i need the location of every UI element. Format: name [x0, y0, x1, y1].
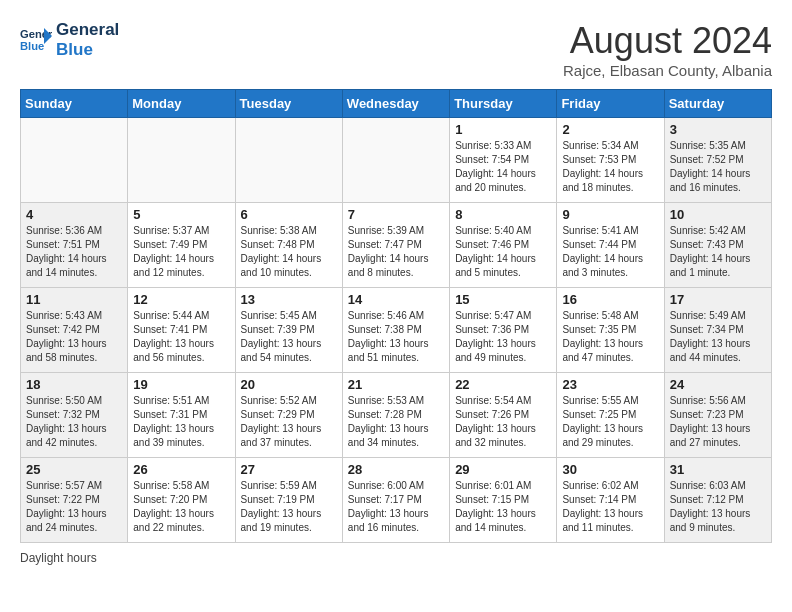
day-info: Sunrise: 5:51 AM Sunset: 7:31 PM Dayligh… — [133, 394, 229, 450]
day-number: 30 — [562, 462, 658, 477]
day-number: 24 — [670, 377, 766, 392]
calendar-cell — [342, 118, 449, 203]
day-info: Sunrise: 5:52 AM Sunset: 7:29 PM Dayligh… — [241, 394, 337, 450]
calendar-cell — [21, 118, 128, 203]
day-number: 23 — [562, 377, 658, 392]
day-info: Sunrise: 5:35 AM Sunset: 7:52 PM Dayligh… — [670, 139, 766, 195]
calendar-cell: 14Sunrise: 5:46 AM Sunset: 7:38 PM Dayli… — [342, 288, 449, 373]
calendar-cell: 4Sunrise: 5:36 AM Sunset: 7:51 PM Daylig… — [21, 203, 128, 288]
calendar-cell: 6Sunrise: 5:38 AM Sunset: 7:48 PM Daylig… — [235, 203, 342, 288]
day-info: Sunrise: 5:39 AM Sunset: 7:47 PM Dayligh… — [348, 224, 444, 280]
day-info: Sunrise: 5:57 AM Sunset: 7:22 PM Dayligh… — [26, 479, 122, 535]
calendar-cell: 3Sunrise: 5:35 AM Sunset: 7:52 PM Daylig… — [664, 118, 771, 203]
calendar-cell: 7Sunrise: 5:39 AM Sunset: 7:47 PM Daylig… — [342, 203, 449, 288]
calendar-cell: 30Sunrise: 6:02 AM Sunset: 7:14 PM Dayli… — [557, 458, 664, 543]
day-info: Sunrise: 5:36 AM Sunset: 7:51 PM Dayligh… — [26, 224, 122, 280]
calendar-cell: 8Sunrise: 5:40 AM Sunset: 7:46 PM Daylig… — [450, 203, 557, 288]
day-info: Sunrise: 5:44 AM Sunset: 7:41 PM Dayligh… — [133, 309, 229, 365]
header-day-friday: Friday — [557, 90, 664, 118]
day-number: 29 — [455, 462, 551, 477]
day-info: Sunrise: 5:47 AM Sunset: 7:36 PM Dayligh… — [455, 309, 551, 365]
calendar-cell: 16Sunrise: 5:48 AM Sunset: 7:35 PM Dayli… — [557, 288, 664, 373]
calendar-cell: 23Sunrise: 5:55 AM Sunset: 7:25 PM Dayli… — [557, 373, 664, 458]
day-info: Sunrise: 5:37 AM Sunset: 7:49 PM Dayligh… — [133, 224, 229, 280]
calendar-cell: 11Sunrise: 5:43 AM Sunset: 7:42 PM Dayli… — [21, 288, 128, 373]
calendar-cell — [128, 118, 235, 203]
header-day-tuesday: Tuesday — [235, 90, 342, 118]
calendar-cell: 9Sunrise: 5:41 AM Sunset: 7:44 PM Daylig… — [557, 203, 664, 288]
day-number: 17 — [670, 292, 766, 307]
calendar-cell: 10Sunrise: 5:42 AM Sunset: 7:43 PM Dayli… — [664, 203, 771, 288]
calendar-cell: 19Sunrise: 5:51 AM Sunset: 7:31 PM Dayli… — [128, 373, 235, 458]
header-day-monday: Monday — [128, 90, 235, 118]
header-day-thursday: Thursday — [450, 90, 557, 118]
day-info: Sunrise: 5:43 AM Sunset: 7:42 PM Dayligh… — [26, 309, 122, 365]
day-number: 28 — [348, 462, 444, 477]
header-day-wednesday: Wednesday — [342, 90, 449, 118]
day-number: 8 — [455, 207, 551, 222]
day-number: 21 — [348, 377, 444, 392]
location-subtitle: Rajce, Elbasan County, Albania — [563, 62, 772, 79]
day-info: Sunrise: 5:54 AM Sunset: 7:26 PM Dayligh… — [455, 394, 551, 450]
logo-icon: General Blue — [20, 24, 52, 56]
calendar-week-row: 11Sunrise: 5:43 AM Sunset: 7:42 PM Dayli… — [21, 288, 772, 373]
day-number: 26 — [133, 462, 229, 477]
header: General Blue General Blue August 2024 Ra… — [20, 20, 772, 79]
svg-text:Blue: Blue — [20, 40, 44, 52]
footer-daylight: Daylight hours — [20, 551, 772, 565]
day-info: Sunrise: 5:56 AM Sunset: 7:23 PM Dayligh… — [670, 394, 766, 450]
calendar-cell: 21Sunrise: 5:53 AM Sunset: 7:28 PM Dayli… — [342, 373, 449, 458]
calendar-cell: 27Sunrise: 5:59 AM Sunset: 7:19 PM Dayli… — [235, 458, 342, 543]
calendar-cell: 28Sunrise: 6:00 AM Sunset: 7:17 PM Dayli… — [342, 458, 449, 543]
header-day-saturday: Saturday — [664, 90, 771, 118]
calendar-cell: 12Sunrise: 5:44 AM Sunset: 7:41 PM Dayli… — [128, 288, 235, 373]
day-info: Sunrise: 5:53 AM Sunset: 7:28 PM Dayligh… — [348, 394, 444, 450]
calendar-cell: 25Sunrise: 5:57 AM Sunset: 7:22 PM Dayli… — [21, 458, 128, 543]
day-info: Sunrise: 6:01 AM Sunset: 7:15 PM Dayligh… — [455, 479, 551, 535]
day-number: 10 — [670, 207, 766, 222]
calendar-cell: 26Sunrise: 5:58 AM Sunset: 7:20 PM Dayli… — [128, 458, 235, 543]
day-info: Sunrise: 5:45 AM Sunset: 7:39 PM Dayligh… — [241, 309, 337, 365]
title-area: August 2024 Rajce, Elbasan County, Alban… — [563, 20, 772, 79]
calendar-cell: 29Sunrise: 6:01 AM Sunset: 7:15 PM Dayli… — [450, 458, 557, 543]
day-info: Sunrise: 5:33 AM Sunset: 7:54 PM Dayligh… — [455, 139, 551, 195]
calendar-cell: 15Sunrise: 5:47 AM Sunset: 7:36 PM Dayli… — [450, 288, 557, 373]
calendar-header-row: SundayMondayTuesdayWednesdayThursdayFrid… — [21, 90, 772, 118]
day-number: 25 — [26, 462, 122, 477]
calendar-table: SundayMondayTuesdayWednesdayThursdayFrid… — [20, 89, 772, 543]
calendar-cell: 17Sunrise: 5:49 AM Sunset: 7:34 PM Dayli… — [664, 288, 771, 373]
day-number: 14 — [348, 292, 444, 307]
day-number: 18 — [26, 377, 122, 392]
day-number: 15 — [455, 292, 551, 307]
day-info: Sunrise: 6:00 AM Sunset: 7:17 PM Dayligh… — [348, 479, 444, 535]
calendar-cell: 1Sunrise: 5:33 AM Sunset: 7:54 PM Daylig… — [450, 118, 557, 203]
day-number: 1 — [455, 122, 551, 137]
day-info: Sunrise: 5:55 AM Sunset: 7:25 PM Dayligh… — [562, 394, 658, 450]
calendar-cell: 2Sunrise: 5:34 AM Sunset: 7:53 PM Daylig… — [557, 118, 664, 203]
day-info: Sunrise: 5:38 AM Sunset: 7:48 PM Dayligh… — [241, 224, 337, 280]
day-number: 13 — [241, 292, 337, 307]
logo: General Blue General Blue — [20, 20, 119, 61]
day-number: 12 — [133, 292, 229, 307]
calendar-week-row: 1Sunrise: 5:33 AM Sunset: 7:54 PM Daylig… — [21, 118, 772, 203]
day-number: 22 — [455, 377, 551, 392]
calendar-cell: 24Sunrise: 5:56 AM Sunset: 7:23 PM Dayli… — [664, 373, 771, 458]
calendar-week-row: 18Sunrise: 5:50 AM Sunset: 7:32 PM Dayli… — [21, 373, 772, 458]
day-info: Sunrise: 5:50 AM Sunset: 7:32 PM Dayligh… — [26, 394, 122, 450]
month-title: August 2024 — [563, 20, 772, 62]
day-info: Sunrise: 5:42 AM Sunset: 7:43 PM Dayligh… — [670, 224, 766, 280]
calendar-cell: 13Sunrise: 5:45 AM Sunset: 7:39 PM Dayli… — [235, 288, 342, 373]
day-number: 16 — [562, 292, 658, 307]
day-number: 9 — [562, 207, 658, 222]
header-day-sunday: Sunday — [21, 90, 128, 118]
calendar-cell — [235, 118, 342, 203]
day-info: Sunrise: 6:02 AM Sunset: 7:14 PM Dayligh… — [562, 479, 658, 535]
day-number: 5 — [133, 207, 229, 222]
day-info: Sunrise: 5:49 AM Sunset: 7:34 PM Dayligh… — [670, 309, 766, 365]
calendar-week-row: 4Sunrise: 5:36 AM Sunset: 7:51 PM Daylig… — [21, 203, 772, 288]
day-number: 4 — [26, 207, 122, 222]
logo-blue: Blue — [56, 40, 119, 60]
day-info: Sunrise: 5:41 AM Sunset: 7:44 PM Dayligh… — [562, 224, 658, 280]
day-number: 27 — [241, 462, 337, 477]
day-number: 11 — [26, 292, 122, 307]
